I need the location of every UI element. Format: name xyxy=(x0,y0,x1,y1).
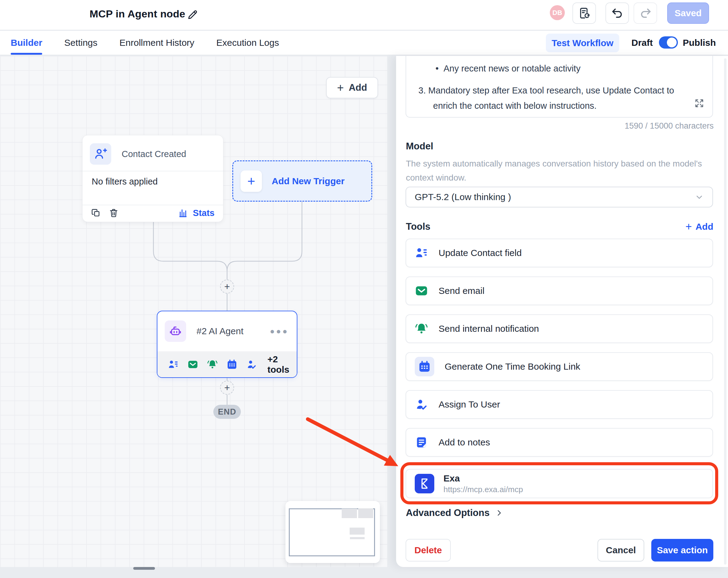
draft-label: Draft xyxy=(631,37,653,48)
copy-icon[interactable] xyxy=(91,208,101,218)
workflow-canvas[interactable]: + Add Contact Created No filters applied xyxy=(0,56,387,567)
tool-generate-booking-link[interactable]: Generate One Time Booking Link xyxy=(406,352,713,381)
publish-label: Publish xyxy=(683,37,716,48)
model-selected-value: GPT-5.2 (Low thinking ) xyxy=(415,192,511,202)
add-tool-label: Add xyxy=(696,221,713,232)
plus-icon: + xyxy=(240,170,262,192)
assign-user-icon xyxy=(415,398,428,411)
instructions-bullet-line: • Any recent news or notable activity xyxy=(436,61,679,76)
extra-tools-count: +2 tools xyxy=(267,354,289,375)
avatar[interactable]: DB xyxy=(550,5,565,20)
chevron-down-icon xyxy=(695,192,704,202)
tab-builder[interactable]: Builder xyxy=(11,31,42,55)
tab-enrollment-history[interactable]: Enrollment History xyxy=(120,31,194,55)
tool-exa-mcp[interactable]: Exa https://mcp.exa.ai/mcp xyxy=(406,469,713,498)
tool-send-internal-notification[interactable]: Send internal notification xyxy=(406,314,713,343)
redo-icon xyxy=(639,7,652,20)
calendar-icon xyxy=(415,357,434,376)
model-heading: Model xyxy=(406,141,433,152)
undo-icon xyxy=(611,7,624,20)
calendar-icon xyxy=(227,359,237,370)
action-settings-panel: • Any recent news or notable activity 3.… xyxy=(396,56,728,567)
horizontal-scrollbar-handle[interactable] xyxy=(133,567,155,570)
plus-icon: + xyxy=(685,220,692,233)
save-action-button[interactable]: Save action xyxy=(651,539,713,561)
model-select[interactable]: GPT-5.2 (Low thinking ) xyxy=(406,187,713,207)
minimap-node xyxy=(342,509,357,518)
cancel-button[interactable]: Cancel xyxy=(598,539,644,561)
toggle-knob xyxy=(667,37,677,47)
page-title: MCP in Agent node xyxy=(89,8,185,20)
agent-tools-strip: +2 tools xyxy=(157,351,297,377)
trash-icon[interactable] xyxy=(109,208,119,218)
add-step-button-bottom[interactable]: + xyxy=(220,380,234,395)
trigger-node-title: Contact Created xyxy=(122,149,186,159)
contact-field-icon xyxy=(168,359,179,370)
undo-button[interactable] xyxy=(605,2,629,24)
tabs: Builder Settings Enrollment History Exec… xyxy=(11,31,279,55)
redo-button[interactable] xyxy=(633,2,657,24)
character-count: 1590 / 15000 characters xyxy=(625,121,713,131)
document-refresh-icon xyxy=(578,7,591,20)
trigger-stats-label: Stats xyxy=(193,208,214,218)
contact-created-icon xyxy=(90,143,111,165)
instructions-step-continuation: enrich the contact with below instructio… xyxy=(433,98,679,113)
saved-button[interactable]: Saved xyxy=(667,2,709,24)
tab-bar: Builder Settings Enrollment History Exec… xyxy=(0,31,728,55)
tab-settings[interactable]: Settings xyxy=(64,31,97,55)
stats-chart-icon xyxy=(178,208,188,218)
notification-bell-icon xyxy=(415,322,428,336)
header: MCP in Agent node DB Saved xyxy=(0,0,728,30)
minimap-node xyxy=(350,537,365,539)
ai-agent-title: #2 AI Agent xyxy=(197,326,243,336)
contact-field-icon xyxy=(415,246,428,260)
tools-heading: Tools xyxy=(406,221,430,232)
divider xyxy=(82,171,223,172)
notification-bell-icon xyxy=(207,359,218,370)
trigger-stats-link[interactable]: Stats xyxy=(178,208,214,218)
publish-toggle[interactable] xyxy=(659,36,678,49)
ai-agent-robot-icon xyxy=(165,320,186,342)
add-new-trigger-label: Add New Trigger xyxy=(272,176,344,186)
tool-assign-to-user[interactable]: Assign To User xyxy=(406,390,713,419)
model-description: The system automatically manages convers… xyxy=(406,157,716,185)
exa-tool-url: https://mcp.exa.ai/mcp xyxy=(443,485,523,494)
email-icon xyxy=(187,359,198,370)
canvas-add-label: Add xyxy=(349,82,367,93)
tool-update-contact-field[interactable]: Update Contact field xyxy=(406,239,713,267)
tool-add-to-notes[interactable]: Add to notes xyxy=(406,428,713,457)
minimap-node xyxy=(349,528,365,535)
agent-instructions-textarea[interactable]: • Any recent news or notable activity 3.… xyxy=(406,56,713,117)
chevron-right-icon xyxy=(495,509,503,517)
add-tool-button[interactable]: + Add xyxy=(685,220,713,233)
delete-button[interactable]: Delete xyxy=(406,539,451,561)
notes-icon xyxy=(415,436,428,449)
end-node: END xyxy=(213,405,241,419)
ai-agent-node[interactable]: #2 AI Agent ●●● +2 tools xyxy=(157,311,297,378)
test-workflow-button[interactable]: Test Workflow xyxy=(546,34,619,52)
exa-icon xyxy=(415,474,434,493)
workflow-builder-app: MCP in Agent node DB Saved Builder xyxy=(0,0,728,578)
pencil-icon xyxy=(186,8,200,21)
execution-log-button[interactable] xyxy=(572,2,596,24)
plus-icon: + xyxy=(337,82,344,94)
minimap[interactable] xyxy=(285,501,380,563)
minimap-node xyxy=(358,508,373,518)
canvas-add-button[interactable]: + Add xyxy=(326,77,378,98)
exa-tool-title: Exa xyxy=(443,473,523,483)
panel-scrollbar[interactable] xyxy=(724,58,726,564)
expand-icon[interactable] xyxy=(694,98,704,108)
add-new-trigger-button[interactable]: + Add New Trigger xyxy=(232,160,372,202)
instructions-step-line: 3. Mandatory step after Exa tool researc… xyxy=(418,83,679,98)
rename-workflow-button[interactable] xyxy=(186,8,200,21)
more-options-icon[interactable]: ●●● xyxy=(270,326,289,336)
trigger-node-contact-created[interactable]: Contact Created No filters applied Stats xyxy=(82,135,224,222)
email-icon xyxy=(415,284,428,297)
add-step-button-top[interactable]: + xyxy=(220,280,234,294)
trigger-filters-text: No filters applied xyxy=(92,177,158,187)
tool-send-email[interactable]: Send email xyxy=(406,277,713,305)
tab-execution-logs[interactable]: Execution Logs xyxy=(216,31,279,55)
advanced-options-toggle[interactable]: Advanced Options xyxy=(406,507,503,519)
assign-user-icon xyxy=(246,359,257,370)
